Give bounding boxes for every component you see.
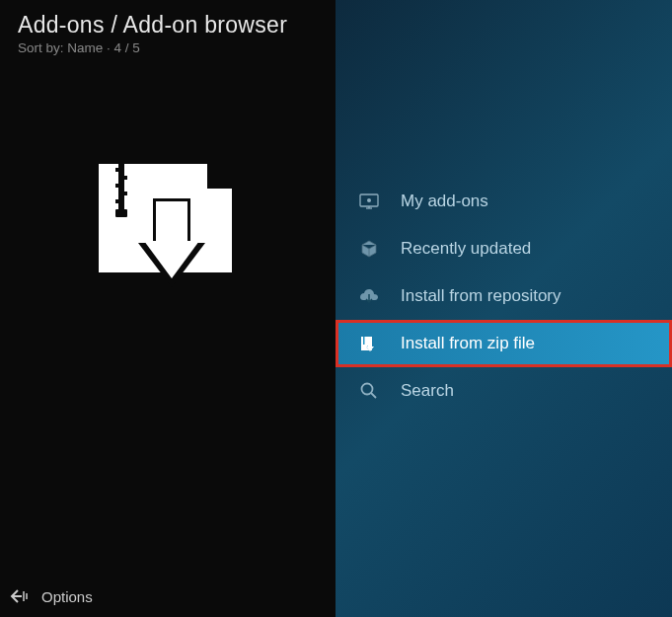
cloud-download-icon	[355, 286, 383, 306]
monitor-addons-icon	[355, 192, 383, 211]
svg-point-16	[362, 384, 373, 395]
svg-rect-4	[124, 192, 127, 195]
left-panel: Add-ons / Add-on browser Sort by: Name ·…	[0, 0, 336, 617]
menu-item-search[interactable]: Search	[336, 367, 672, 415]
zip-install-icon	[355, 334, 383, 353]
svg-rect-2	[124, 176, 127, 180]
svg-rect-1	[115, 168, 118, 172]
svg-rect-3	[115, 184, 118, 188]
options-arrow-icon	[10, 588, 28, 604]
search-icon	[355, 381, 383, 401]
svg-rect-0	[118, 164, 124, 213]
menu-item-label: Install from repository	[401, 286, 561, 306]
page-title: Add-ons / Add-on browser	[18, 12, 318, 39]
menu-item-label: Install from zip file	[401, 334, 535, 353]
options-label: Options	[41, 588, 93, 605]
svg-rect-6	[115, 209, 127, 217]
zip-file-download-icon	[89, 154, 247, 292]
menu-item-label: Recently updated	[401, 239, 531, 259]
svg-rect-5	[115, 199, 118, 203]
svg-rect-8	[156, 201, 187, 243]
svg-line-17	[371, 393, 376, 398]
menu-item-recently-updated[interactable]: Recently updated	[336, 225, 672, 272]
menu-item-install-repository[interactable]: Install from repository	[336, 272, 672, 320]
menu-item-install-zip[interactable]: Install from zip file	[336, 320, 672, 367]
svg-point-12	[367, 198, 371, 202]
feature-icon-container	[18, 154, 318, 292]
menu-item-my-addons[interactable]: My add-ons	[336, 178, 672, 225]
menu-item-label: My add-ons	[401, 192, 488, 211]
box-icon	[355, 239, 383, 259]
options-bar[interactable]: Options	[0, 576, 336, 617]
menu-item-label: Search	[401, 381, 454, 401]
menu-panel: My add-ons Recently updated Install from…	[336, 0, 672, 617]
svg-rect-14	[363, 337, 365, 345]
page-subtitle: Sort by: Name · 4 / 5	[18, 40, 318, 55]
